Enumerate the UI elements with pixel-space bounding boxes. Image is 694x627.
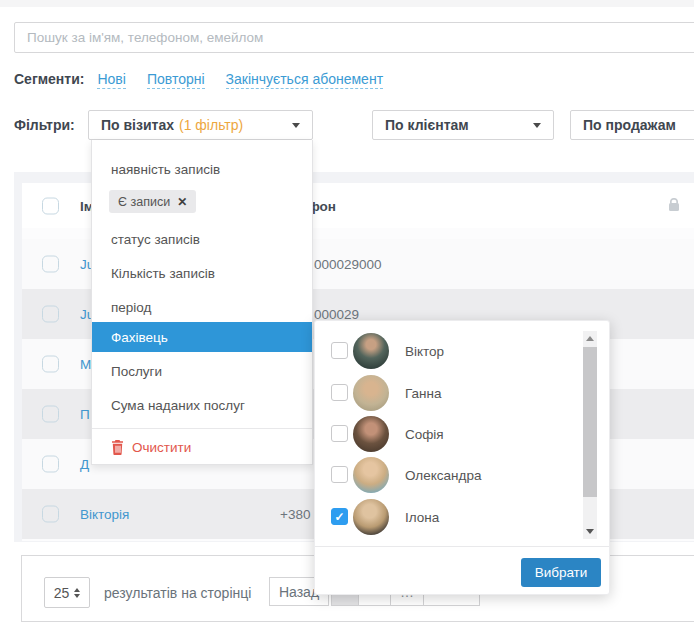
search-input[interactable] [14,22,694,53]
row-checkbox[interactable] [42,456,59,473]
tag-label: Є записи [118,195,170,209]
scrollbar[interactable] [583,331,597,539]
menu-item-services[interactable]: Послуги [92,354,312,388]
remove-tag-icon[interactable]: ✕ [177,195,187,209]
menu-item-records-count[interactable]: Кількість записів [92,256,312,290]
filter-visits-title: По візитах [101,117,174,133]
row-checkbox[interactable] [42,256,59,273]
client-name-link[interactable]: Д [80,457,89,472]
per-page-select[interactable]: 25 [44,577,90,608]
client-name-link[interactable]: Вікторія [80,507,129,522]
select-specialists-button[interactable]: Вибрати [521,558,601,587]
specialist-item[interactable]: Ілона [315,497,575,537]
filters-label: Фільтри: [14,117,75,133]
specialist-checkbox[interactable] [331,342,348,359]
specialist-item[interactable]: Віктор [315,331,575,371]
row-checkbox[interactable] [42,406,59,423]
avatar [353,375,389,411]
specialist-item[interactable]: Олександра [315,455,575,495]
lock-icon[interactable] [668,197,680,216]
menu-item-records-status[interactable]: статус записів [92,222,312,256]
specialist-name: Віктор [405,344,444,359]
client-name-link[interactable]: П [80,407,90,422]
specialist-checkbox-checked[interactable] [331,508,348,525]
segment-repeat[interactable]: Повторні [147,71,205,89]
menu-item-services-sum[interactable]: Сума наданих послуг [92,388,312,422]
specialist-picker-panel: Віктор Ганна Софія Олександра Ілона [314,320,610,595]
avatar [353,457,389,493]
top-strip [0,0,694,7]
clients-page: Сегменти: Нові Повторні Закінчується або… [0,0,694,627]
menu-item-specialist[interactable]: Фахівець [92,322,312,352]
filter-clients-dropdown[interactable]: По клієнтам [372,110,554,140]
segments-row: Сегменти: Нові Повторні Закінчується або… [14,71,404,89]
client-phone: 000029000 [314,257,382,272]
panel-divider [315,546,609,547]
clear-filters-label: Очистити [132,440,191,455]
specialist-name: Олександра [405,468,481,483]
specialist-item[interactable]: Софія [315,414,575,454]
row-checkbox[interactable] [42,356,59,373]
segment-subscription-ending[interactable]: Закінчується абонемент [226,71,384,89]
filter-sales-title: По продажам [583,117,676,133]
specialist-checkbox[interactable] [331,466,348,483]
segments-label: Сегменти: [14,71,84,87]
segment-new[interactable]: Нові [97,71,125,89]
filter-clients-title: По клієнтам [385,117,469,133]
specialist-checkbox[interactable] [331,425,348,442]
per-page-label: результатів на сторінці [104,585,251,601]
chevron-down-icon [533,123,541,128]
specialist-item[interactable]: Ганна [315,373,575,413]
clear-filters-button[interactable]: Очистити [111,434,191,460]
select-all-checkbox[interactable] [42,197,59,214]
menu-item-period[interactable]: період [92,290,312,324]
avatar [353,499,389,535]
menu-item-records-presence[interactable]: наявність записів [92,152,312,186]
menu-divider [92,428,312,429]
filter-sales-dropdown[interactable]: По продажам [570,110,694,140]
trash-icon [111,440,124,455]
avatar [353,333,389,369]
filter-visits-count-badge: (1 фільтр) [179,117,243,133]
row-checkbox[interactable] [42,306,59,323]
scrollbar-thumb[interactable] [583,347,597,497]
specialist-checkbox[interactable] [331,384,348,401]
per-page-value: 25 [54,585,70,601]
specialist-name: Ілона [405,510,439,525]
client-phone: +380 [280,507,310,522]
client-name-link[interactable]: M [80,357,91,372]
specialist-name: Ганна [405,386,441,401]
visits-filter-menu: наявність записів Є записи ✕ статус запи… [91,140,313,465]
scroll-down-icon[interactable] [586,529,594,534]
active-filter-tag[interactable]: Є записи ✕ [109,190,196,213]
scroll-up-icon[interactable] [586,336,594,341]
row-checkbox[interactable] [42,506,59,523]
chevron-down-icon [292,123,300,128]
stepper-icon [74,588,80,598]
avatar [353,416,389,452]
specialist-name: Софія [405,427,444,442]
filter-visits-dropdown[interactable]: По візитах (1 фільтр) [88,110,313,140]
